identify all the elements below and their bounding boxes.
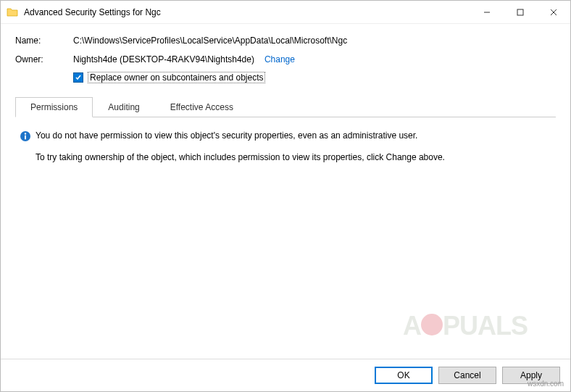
maximize-button[interactable] <box>504 1 537 23</box>
owner-row: Owner: Nightsh4de (DESKTOP-4RAKV94\Night… <box>15 54 556 64</box>
change-owner-link[interactable]: Change <box>264 54 295 64</box>
security-settings-window: Advanced Security Settings for Ngc Name:… <box>0 0 571 392</box>
permissions-panel: You do not have permission to view this … <box>15 117 556 351</box>
svg-rect-1 <box>517 9 523 15</box>
replace-owner-label: Replace owner on subcontainers and objec… <box>88 72 265 83</box>
replace-owner-row: Replace owner on subcontainers and objec… <box>73 72 556 83</box>
name-value: C:\Windows\ServiceProfiles\LocalService\… <box>73 36 556 46</box>
titlebar: Advanced Security Settings for Ngc <box>1 1 570 24</box>
info-icon <box>20 130 31 142</box>
window-title: Advanced Security Settings for Ngc <box>24 7 470 17</box>
credit-text: wsxdn.com <box>528 380 564 388</box>
ok-button[interactable]: OK <box>375 367 433 384</box>
owner-value: Nightsh4de (DESKTOP-4RAKV94\Nightsh4de) <box>73 54 254 64</box>
minimize-button[interactable] <box>470 1 504 23</box>
cancel-button[interactable]: Cancel <box>438 367 496 384</box>
replace-owner-checkbox[interactable] <box>73 72 83 83</box>
warning-subtext: To try taking ownership of the object, w… <box>36 152 551 162</box>
tab-permissions[interactable]: Permissions <box>15 97 93 117</box>
close-button[interactable] <box>537 1 570 23</box>
tab-auditing[interactable]: Auditing <box>93 97 154 117</box>
window-controls <box>470 1 570 23</box>
svg-point-5 <box>25 133 26 134</box>
name-row: Name: C:\Windows\ServiceProfiles\LocalSe… <box>15 36 556 46</box>
permission-warning: You do not have permission to view this … <box>20 130 551 142</box>
folder-icon <box>7 7 18 18</box>
tab-bar: Permissions Auditing Effective Access <box>15 96 556 117</box>
name-label: Name: <box>15 36 73 46</box>
warning-text: You do not have permission to view this … <box>36 130 417 141</box>
tab-effective-access[interactable]: Effective Access <box>155 97 249 117</box>
owner-label: Owner: <box>15 54 73 64</box>
content-area: Name: C:\Windows\ServiceProfiles\LocalSe… <box>1 24 570 359</box>
svg-rect-6 <box>25 135 26 140</box>
button-bar: OK Cancel Apply <box>1 359 570 391</box>
